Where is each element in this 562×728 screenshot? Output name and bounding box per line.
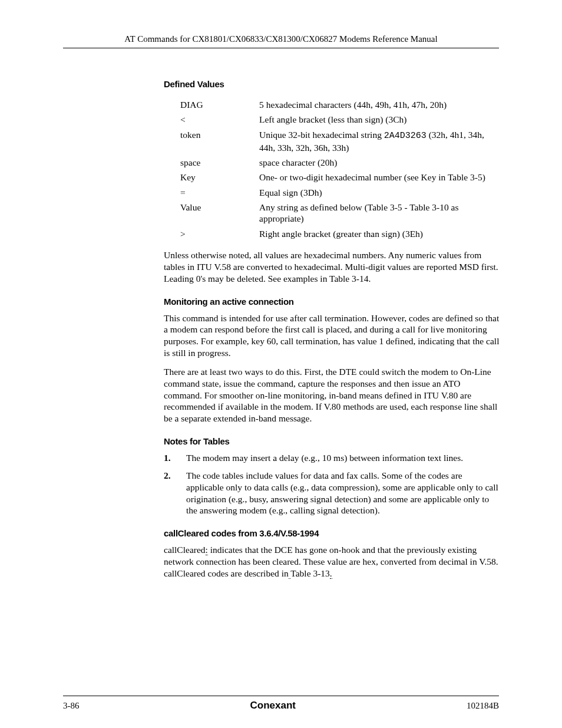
running-header: AT Commands for CX81801/CX06833/CX81300/…: [63, 34, 499, 48]
footer-brand: Conexant: [250, 700, 296, 711]
note-item: 1. The modem may insert a delay (e.g., 1…: [164, 452, 501, 464]
heading-callcleared: callCleared codes from 3.6.4/V.58-1994: [164, 528, 501, 538]
def-desc-prefix: Unique 32-bit hexadecimal string: [259, 130, 384, 140]
footer-page-number: 3-86: [63, 701, 80, 711]
note-item: 2. The code tables include values for da…: [164, 470, 501, 516]
def-term: DIAG: [180, 97, 259, 112]
defined-values-table: DIAG 5 hexadecimal characters (44h, 49h,…: [180, 97, 500, 241]
def-desc: Any string as defined below (Table 3-5 -…: [259, 200, 500, 226]
footer-rule: [63, 696, 499, 696]
def-row: DIAG 5 hexadecimal characters (44h, 49h,…: [180, 97, 500, 112]
footer: 3-86 Conexant 102184B: [63, 696, 499, 711]
content-block: Defined Values DIAG 5 hexadecimal charac…: [164, 79, 501, 579]
def-row: Key One- or two-digit hexadecimal number…: [180, 170, 500, 185]
def-row: token Unique 32-bit hexadecimal string 2…: [180, 127, 500, 155]
def-desc-mono: 2A4D3263: [384, 131, 427, 141]
monitoring-paragraph-2: There are at least two ways to do this. …: [164, 366, 501, 424]
callcleared-term: callCleared: [164, 545, 206, 555]
def-row: > Right angle bracket (greater than sign…: [180, 226, 500, 241]
footer-doc-id: 102184B: [467, 701, 499, 711]
heading-monitoring: Monitoring an active connection: [164, 297, 501, 307]
def-term: =: [180, 185, 259, 200]
header-rule: [63, 48, 499, 48]
page: AT Commands for CX81801/CX06833/CX81300/…: [0, 0, 562, 728]
notes-list: 1. The modem may insert a delay (e.g., 1…: [164, 452, 501, 516]
note-text: The code tables include values for data …: [186, 470, 498, 515]
def-term: Key: [180, 170, 259, 185]
def-desc: Equal sign (3Dh): [259, 185, 500, 200]
def-term: space: [180, 155, 259, 170]
def-row: space space character (20h): [180, 155, 500, 170]
def-term: >: [180, 226, 259, 241]
def-term: Value: [180, 200, 259, 226]
def-desc: Right angle bracket (greater than sign) …: [259, 226, 500, 241]
def-row: < Left angle bracket (less than sign) (3…: [180, 112, 500, 127]
def-row: Value Any string as defined below (Table…: [180, 200, 500, 226]
def-desc: space character (20h): [259, 155, 500, 170]
callcleared-period: .: [330, 568, 332, 579]
note-number: 1.: [164, 452, 171, 464]
note-number: 2.: [164, 470, 171, 482]
def-term: token: [180, 127, 259, 155]
def-desc: Left angle bracket (less than sign) (3Ch…: [259, 112, 500, 127]
heading-notes: Notes for Tables: [164, 436, 501, 446]
footer-row: 3-86 Conexant 102184B: [63, 700, 499, 711]
def-row: = Equal sign (3Dh): [180, 185, 500, 200]
callcleared-paragraph: callCleared: indicates that the DCE has …: [164, 544, 501, 579]
def-desc: 5 hexadecimal characters (44h, 49h, 41h,…: [259, 97, 500, 112]
def-term: <: [180, 112, 259, 127]
note-text: The modem may insert a delay (e.g., 10 m…: [186, 453, 463, 463]
def-desc: One- or two-digit hexadecimal number (se…: [259, 170, 500, 185]
defined-values-note: Unless otherwise noted, all values are h…: [164, 249, 501, 284]
monitoring-paragraph-1: This command is intended for use after c…: [164, 312, 501, 359]
def-desc: Unique 32-bit hexadecimal string 2A4D326…: [259, 127, 500, 155]
callcleared-table-ref: Table 3-13: [290, 568, 330, 578]
heading-defined-values: Defined Values: [164, 79, 501, 89]
